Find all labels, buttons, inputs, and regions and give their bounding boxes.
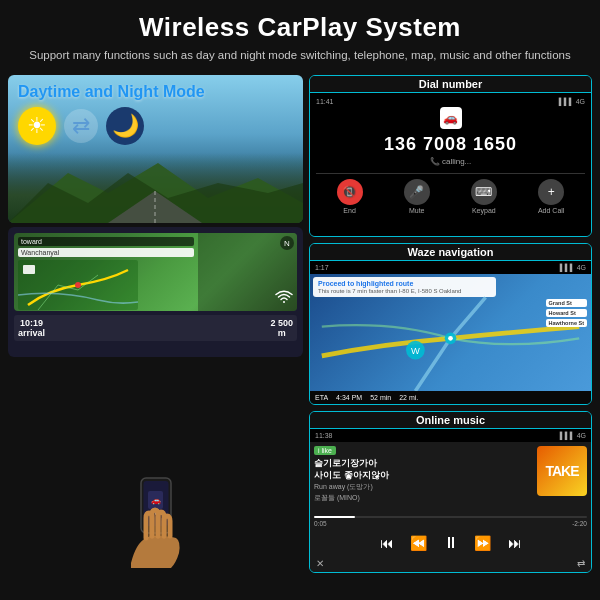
add-call-button[interactable]: + Add Call [538,179,564,214]
nav-right: N [198,233,297,311]
dial-screen: 11:41 ▌▌▌ 4G 🚗 136 7008 1650 📞 calling..… [310,93,591,236]
nav-distance-value: 2 500 [270,318,293,328]
add-call-icon: + [538,179,564,205]
end-call-label: End [343,207,355,214]
bottom-nav-bar: 10:19 arrival 2 500 m [14,315,297,341]
waze-time: 1:17 [315,264,329,271]
music-artist: 로꼴들 (MINO) [314,493,533,503]
car-display: toward Wanchanyal [8,227,303,357]
play-pause-button[interactable]: ⏸ [440,532,462,554]
svg-point-12 [448,336,453,341]
prev-button[interactable]: ⏮ [376,532,398,554]
waze-signal-icon: ▌▌▌ [560,264,575,271]
progress-current: 0:05 [314,520,327,527]
music-album-art: TAKE [537,446,587,496]
nav-screen: toward Wanchanyal [14,233,297,311]
daytime-title: Daytime and Night Mode [18,83,293,101]
music-progress: 0:05 -2:20 [310,516,591,529]
nav-time-stat: 10:19 arrival [18,318,45,338]
add-call-label: Add Call [538,207,564,214]
svg-rect-5 [23,265,35,274]
music-card: Online music 11:38 ▌▌▌ 4G i like 슬기로기장가아… [309,411,592,573]
nav-subdestination: Wanchanyal [18,248,194,257]
waze-distance: 22 mi. [399,394,418,401]
moon-icon: 🌙 [106,107,144,145]
waze-map: Proceed to highlighted route This route … [310,274,591,391]
music-extra-controls: ✕ ⇄ [310,558,591,572]
music-signal: ▌▌▌ 4G [560,432,586,439]
dial-card-label: Dial number [310,76,591,93]
music-title: 슬기로기장가아 사이도 좋아지않아 [314,458,533,481]
road-labels: Grand St Howard St Hawthorne St [546,299,587,327]
svg-point-4 [75,282,81,288]
keypad-button[interactable]: ⌨ Keypad [471,179,497,214]
waze-screen: 1:17 ▌▌▌ 4G Proceed to highlighted route… [310,261,591,404]
repeat-button[interactable]: ⇄ [577,558,585,569]
progress-bar-fill [314,516,355,518]
waze-card: Waze navigation 1:17 ▌▌▌ 4G Proceed to h… [309,243,592,405]
dial-carplay-logo: 🚗 [316,107,585,129]
mute-button[interactable]: 🎤 Mute [404,179,430,214]
divider [316,173,585,174]
dial-status-bar: 11:41 ▌▌▌ 4G [316,98,585,105]
map-roads-svg [18,260,138,310]
progress-times: 0:05 -2:20 [314,520,587,527]
progress-total: -2:20 [572,520,587,527]
nav-arrival-label: arrival [18,328,45,338]
left-panel: Daytime and Night Mode ☀ ⇄ 🌙 [8,75,303,573]
main-content: Daytime and Night Mode ☀ ⇄ 🌙 [0,69,600,579]
music-time: 11:38 [315,432,333,439]
swap-arrows-icon: ⇄ [64,109,98,143]
nav-distance-unit: m [270,328,293,338]
end-call-icon: 📵 [337,179,363,205]
music-screen: 11:38 ▌▌▌ 4G i like 슬기로기장가아 사이도 좋아지않아 Ru… [310,429,591,572]
waze-eta-bar: ETA 4:34 PM 52 min 22 mi. [310,391,591,404]
progress-bar-bg [314,516,587,518]
next-button[interactable]: ⏭ [504,532,526,554]
mountain-svg [8,153,303,223]
end-call-button[interactable]: 📵 End [337,179,363,214]
shuffle-button[interactable]: ✕ [316,558,324,569]
road-badge-2: Howard St [546,309,587,317]
dial-card: Dial number 11:41 ▌▌▌ 4G 🚗 136 7008 1650 [309,75,592,237]
keypad-label: Keypad [472,207,496,214]
hand-phone-svg: 🚗 CarPlay [116,473,196,573]
dial-actions: 📵 End 🎤 Mute ⌨ Keypad + [316,179,585,214]
dial-time: 11:41 [316,98,334,105]
music-tag: i like [314,446,336,455]
music-main: i like 슬기로기장가아 사이도 좋아지않아 Run away (도망가) … [310,442,591,516]
rewind-button[interactable]: ⏪ [408,532,430,554]
daytime-night-box: Daytime and Night Mode ☀ ⇄ 🌙 [8,75,303,223]
waze-card-content: 1:17 ▌▌▌ 4G Proceed to highlighted route… [310,261,591,404]
music-status-bar: 11:38 ▌▌▌ 4G [310,429,591,442]
fast-forward-button[interactable]: ⏩ [472,532,494,554]
nav-left: toward Wanchanyal [14,233,198,311]
nav-distance-stat: 2 500 m [270,318,293,338]
mute-label: Mute [409,207,425,214]
dial-card-content: 11:41 ▌▌▌ 4G 🚗 136 7008 1650 📞 calling..… [310,93,591,236]
nav-info-bar: toward [18,237,194,246]
waze-card-label: Waze navigation [310,244,591,261]
dial-signal: ▌▌▌ 4G [559,98,585,105]
waze-status-bar: 1:17 ▌▌▌ 4G [310,261,591,274]
carplay-phone-section: 🚗 CarPlay [8,361,303,573]
music-subtitle: Run away (도망가) [314,482,533,492]
header: Wireless CarPlay System Support many fun… [0,0,600,69]
wifi-icon [274,288,294,308]
nav-time-value: 10:19 [18,318,45,328]
page-title: Wireless CarPlay System [20,12,580,43]
music-signal-icon: ▌▌▌ [560,432,575,439]
mode-icons: ☀ ⇄ 🌙 [18,107,293,145]
svg-text:W: W [411,346,420,356]
waze-map-svg: W [310,274,591,391]
calling-status: 📞 calling... [316,157,585,166]
sun-icon: ☀ [18,107,56,145]
keypad-icon: ⌨ [471,179,497,205]
nav-destination: toward [21,238,42,245]
carplay-brand-icon: 🚗 [440,107,462,129]
svg-text:🚗: 🚗 [150,495,160,505]
music-card-content: 11:38 ▌▌▌ 4G i like 슬기로기장가아 사이도 좋아지않아 Ru… [310,429,591,572]
page-subtitle: Support many functions such as day and n… [20,47,580,63]
music-card-label: Online music [310,412,591,429]
right-panel: Dial number 11:41 ▌▌▌ 4G 🚗 136 7008 1650 [309,75,592,573]
